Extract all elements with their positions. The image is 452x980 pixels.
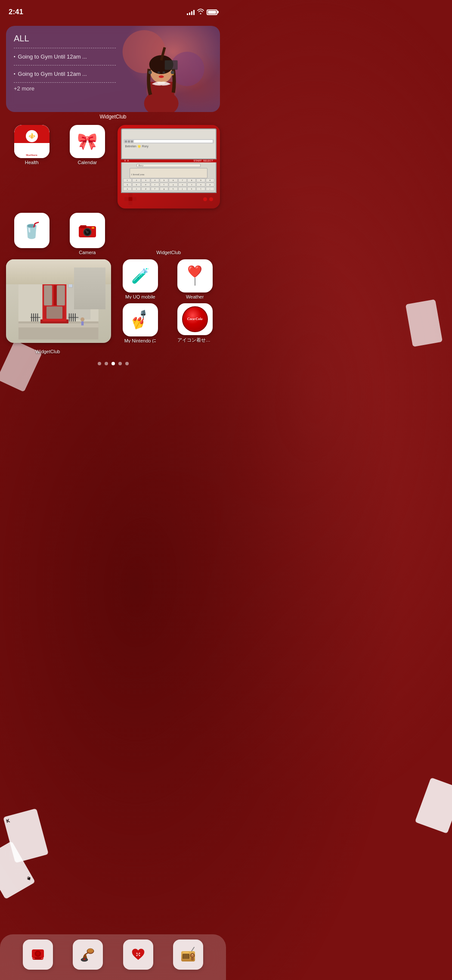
ds-key-d: d bbox=[141, 187, 150, 191]
ds-key-2: 2 bbox=[132, 178, 141, 182]
ds-key-r: r bbox=[151, 183, 159, 187]
svg-rect-41 bbox=[44, 285, 52, 305]
ds-browser-bar bbox=[124, 139, 214, 143]
ds-abxy-buttons bbox=[203, 197, 213, 201]
svg-rect-44 bbox=[46, 307, 62, 319]
nintendo-app: 💅 My Nintendo (ﾆ bbox=[115, 303, 166, 343]
ds-widget-label: WidgetClub bbox=[156, 250, 181, 255]
ds-key-w: w bbox=[132, 183, 141, 187]
signal-bar-3 bbox=[191, 11, 192, 15]
ds-key-e: e bbox=[141, 183, 150, 187]
svg-rect-31 bbox=[19, 324, 99, 327]
page-dot-5[interactable] bbox=[125, 362, 129, 365]
ds-key-k: k bbox=[187, 187, 196, 191]
ds-key-i: i bbox=[187, 183, 196, 187]
svg-point-11 bbox=[157, 72, 160, 73]
calendar-icon[interactable]: 🎀 bbox=[70, 125, 105, 158]
uq-mobile-label: My UQ mobile bbox=[125, 294, 155, 299]
svg-rect-4 bbox=[148, 82, 174, 108]
page-dot-2[interactable] bbox=[105, 362, 108, 365]
svg-point-57 bbox=[80, 317, 84, 321]
ds-dot-1 bbox=[125, 140, 127, 143]
ds-key-l: l bbox=[196, 187, 205, 191]
calendar-widget[interactable]: ALL • Going to Gym Until 12am ... • Goin… bbox=[6, 26, 220, 112]
cocacola-text: Coca-Cola bbox=[187, 317, 202, 321]
first-row-grid: ⚜️ Marlboro Health 🎀 Calendar bbox=[6, 125, 220, 208]
ds-key-6: 6 bbox=[169, 178, 177, 182]
page-dot-1[interactable] bbox=[98, 362, 101, 365]
ds-key-y: y bbox=[169, 183, 177, 187]
ds-url-bar bbox=[134, 140, 213, 143]
ds-key-1: 1 bbox=[123, 178, 132, 182]
widget-divider-3 bbox=[14, 82, 116, 83]
status-icons bbox=[187, 9, 217, 16]
icon-changer-icon[interactable]: Coca-Cola bbox=[177, 303, 213, 335]
weather-icon[interactable]: ❤️ bbox=[177, 259, 213, 292]
svg-rect-58 bbox=[81, 321, 84, 325]
ds-message-area: i loved you bbox=[130, 168, 207, 178]
signal-bar-4 bbox=[193, 10, 195, 15]
weather-app: ❤️ Weather bbox=[170, 259, 220, 299]
bow-icon: 🎀 bbox=[77, 132, 97, 151]
ds-dpad-area bbox=[121, 193, 217, 205]
widget-club-label-1: WidgetClub bbox=[6, 114, 220, 120]
svg-rect-14 bbox=[164, 60, 177, 70]
ds-loved-text: i loved you bbox=[131, 173, 144, 176]
camera-icon-box[interactable] bbox=[70, 213, 105, 248]
nail-polish-emoji: 💅 bbox=[129, 308, 152, 331]
battery-fill bbox=[208, 11, 216, 14]
ds-photo-bg: Betreten 🌟 Rory X A START SELECT bbox=[118, 125, 220, 208]
ds-input-text: Rory bbox=[138, 164, 143, 167]
svg-point-13 bbox=[158, 75, 164, 78]
telephone-booth-widget[interactable]: ♛ TELEPHONE bbox=[6, 259, 111, 343]
widget-item-2: • Going to Gym Until 12am ... bbox=[14, 68, 116, 80]
ds-key-o: o bbox=[196, 183, 205, 187]
page-dot-3[interactable] bbox=[111, 362, 115, 365]
health-label: Health bbox=[25, 160, 39, 165]
ds-dpad bbox=[124, 193, 136, 205]
svg-rect-45 bbox=[44, 307, 46, 319]
svg-rect-16 bbox=[80, 225, 87, 228]
ds-key-semi: ; bbox=[206, 187, 214, 191]
ds-key-4: 4 bbox=[151, 178, 159, 182]
telephone-widget-label: WidgetClub bbox=[36, 349, 60, 354]
status-time: 2:41 bbox=[9, 8, 23, 16]
calendar-label: Calendar bbox=[78, 160, 97, 165]
heart-lollipop-icon: ❤️ bbox=[187, 266, 202, 286]
calendar-app: 🎀 Calendar bbox=[62, 125, 113, 165]
page-dots bbox=[6, 362, 220, 365]
widget-divider-1 bbox=[14, 48, 116, 48]
ds-buttons-row: X A START SELECT bbox=[121, 159, 217, 162]
signal-icon bbox=[187, 9, 195, 15]
lollipop-stick bbox=[195, 278, 195, 286]
coke-can-icon[interactable]: 🥤 bbox=[14, 213, 50, 248]
svg-point-12 bbox=[162, 72, 165, 73]
ds-label-area: WidgetClub bbox=[118, 213, 220, 255]
ds-key-3: 3 bbox=[141, 178, 150, 182]
svg-point-20 bbox=[86, 230, 87, 231]
svg-point-9 bbox=[148, 71, 152, 74]
battery-icon bbox=[207, 9, 217, 15]
ds-widget-large[interactable]: Betreten 🌟 Rory X A START SELECT bbox=[118, 125, 220, 208]
wifi-icon bbox=[197, 9, 204, 16]
coke-can-label bbox=[31, 250, 32, 255]
coke-can-app: 🥤 bbox=[6, 213, 57, 255]
widget-more: +2 more bbox=[14, 85, 116, 92]
ds-key-g: g bbox=[160, 187, 168, 191]
widget-content: ALL • Going to Gym Until 12am ... • Goin… bbox=[6, 26, 124, 100]
weather-label: Weather bbox=[186, 294, 204, 299]
page-dot-4[interactable] bbox=[118, 362, 122, 365]
telephone-booth-bg: ♛ TELEPHONE bbox=[6, 259, 111, 343]
ds-key-9: 9 bbox=[196, 178, 205, 182]
ds-key-t: t bbox=[160, 183, 168, 187]
uq-mobile-icon[interactable]: 🧪 bbox=[123, 259, 158, 292]
ds-key-j: j bbox=[178, 187, 187, 191]
camera-label: Camera bbox=[79, 250, 96, 255]
widget-item-1: • Going to Gym Until 12am ... bbox=[14, 51, 116, 62]
widget-title: ALL bbox=[14, 34, 116, 44]
icon-changer-label: アイコン着せ替え bbox=[177, 337, 213, 343]
nintendo-icon[interactable]: 💅 bbox=[123, 303, 158, 336]
signal-bar-1 bbox=[187, 13, 188, 15]
health-icon[interactable]: ⚜️ Marlboro bbox=[14, 125, 50, 158]
svg-rect-46 bbox=[62, 307, 65, 319]
